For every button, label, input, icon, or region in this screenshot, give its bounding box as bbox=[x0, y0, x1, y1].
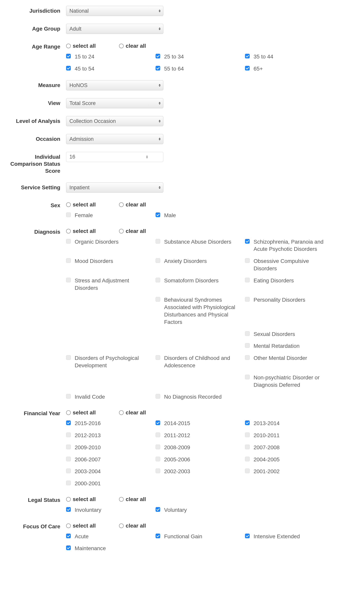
checkbox-item[interactable]: Somatoform Disorders bbox=[156, 277, 245, 292]
checkbox-item[interactable]: 45 to 54 bbox=[66, 65, 156, 73]
select-age-group[interactable]: Adult bbox=[66, 24, 163, 34]
checkbox-icon bbox=[156, 212, 160, 217]
checkbox-label: Somatoform Disorders bbox=[164, 277, 219, 284]
checkbox-icon bbox=[66, 444, 71, 449]
row-diagnosis: Diagnosis select all clear all Organic D… bbox=[8, 227, 356, 401]
checkbox-item[interactable]: 2005-2006 bbox=[156, 456, 245, 463]
radio-clear-all[interactable]: clear all bbox=[119, 202, 146, 208]
focus-of-care-grid: AcuteFunctional GainIntensive ExtendedMa… bbox=[66, 533, 356, 552]
select-level-of-analysis[interactable]: Collection Occasion bbox=[66, 116, 163, 126]
checkbox-item[interactable]: 2014-2015 bbox=[156, 420, 245, 427]
select-jurisdiction[interactable]: National bbox=[66, 6, 163, 16]
checkbox-label: 2005-2006 bbox=[164, 456, 190, 463]
checkbox-item[interactable]: 55 to 64 bbox=[156, 65, 245, 73]
checkbox-label: 2011-2012 bbox=[164, 432, 190, 439]
row-service-setting: Service Setting Inpatient bbox=[8, 182, 356, 193]
radio-clear-all[interactable]: clear all bbox=[119, 523, 146, 529]
checkbox-item[interactable]: Stress and Adjustment Disorders bbox=[66, 277, 156, 292]
checkbox-icon bbox=[156, 457, 160, 461]
financial-year-grid: 2015-20162014-20152013-20142012-20132011… bbox=[66, 420, 356, 487]
checkbox-item[interactable]: 15 to 24 bbox=[66, 53, 156, 60]
select-service-setting[interactable]: Inpatient bbox=[66, 182, 163, 193]
checkbox-item[interactable]: Other Mental Disorder bbox=[245, 354, 334, 369]
checkbox-item[interactable]: Male bbox=[156, 212, 245, 219]
checkbox-item[interactable]: 2000-2001 bbox=[66, 480, 156, 487]
checkbox-icon bbox=[156, 54, 160, 58]
checkbox-item[interactable]: 2003-2004 bbox=[66, 468, 156, 475]
radio-icon bbox=[66, 202, 71, 207]
radio-clear-all[interactable]: clear all bbox=[119, 496, 146, 502]
radio-select-all[interactable]: select all bbox=[66, 202, 96, 208]
checkbox-label: Substance Abuse Disorders bbox=[164, 238, 231, 246]
checkbox-item[interactable]: Organic Disorders bbox=[66, 238, 156, 253]
checkbox-item[interactable]: Sexual Disorders bbox=[245, 330, 334, 338]
checkbox-item[interactable]: Functional Gain bbox=[156, 533, 245, 540]
checkbox-item[interactable]: Behavioural Syndromes Associated with Ph… bbox=[156, 296, 245, 326]
checkbox-item[interactable]: Involuntary bbox=[66, 506, 156, 514]
checkbox-item[interactable]: Anxiety Disorders bbox=[156, 257, 245, 272]
checkbox-label: Eating Disorders bbox=[254, 277, 294, 284]
checkbox-label: Maintenance bbox=[75, 545, 106, 552]
radio-select-all[interactable]: select all bbox=[66, 228, 96, 234]
checkbox-item[interactable]: 35 to 44 bbox=[245, 53, 334, 60]
checkbox-item[interactable]: 2012-2013 bbox=[66, 432, 156, 439]
row-legal-status: Legal Status select all clear all Involu… bbox=[8, 495, 356, 514]
checkbox-item[interactable]: 2006-2007 bbox=[66, 456, 156, 463]
select-occasion[interactable]: Admission bbox=[66, 134, 163, 144]
checkbox-item[interactable]: 2008-2009 bbox=[156, 444, 245, 451]
checkbox-item[interactable]: Schizophrenia, Paranoia and Acute Psycho… bbox=[245, 238, 334, 253]
checkbox-item[interactable]: Disorders of Psychological Development bbox=[66, 354, 156, 369]
radio-icon bbox=[119, 229, 124, 234]
radio-clear-all[interactable]: clear all bbox=[119, 43, 146, 49]
checkbox-item[interactable]: No Diagnosis Recorded bbox=[156, 393, 245, 401]
checkbox-item[interactable]: 2009-2010 bbox=[66, 444, 156, 451]
select-measure[interactable]: HoNOS bbox=[66, 80, 163, 90]
checkbox-item[interactable]: Mental Retardation bbox=[245, 342, 334, 350]
select-view[interactable]: Total Score bbox=[66, 98, 163, 108]
row-measure: Measure HoNOS bbox=[8, 80, 356, 90]
label-financial-year: Financial Year bbox=[8, 408, 66, 417]
checkbox-item[interactable]: 2015-2016 bbox=[66, 420, 156, 427]
radio-select-all[interactable]: select all bbox=[66, 43, 96, 49]
checkbox-icon bbox=[245, 469, 250, 473]
checkbox-item[interactable]: Non-psychiatric Disorder or Diagnosis De… bbox=[245, 374, 334, 389]
checkbox-item[interactable]: 2010-2011 bbox=[245, 432, 334, 439]
checkbox-item[interactable]: Voluntary bbox=[156, 506, 245, 514]
checkbox-item[interactable]: Substance Abuse Disorders bbox=[156, 238, 245, 253]
checkbox-label: No Diagnosis Recorded bbox=[164, 393, 222, 401]
checkbox-item[interactable]: 2002-2003 bbox=[156, 468, 245, 475]
radio-clear-all[interactable]: clear all bbox=[119, 228, 146, 234]
checkbox-item[interactable]: 2013-2014 bbox=[245, 420, 334, 427]
checkbox-item[interactable]: 2007-2008 bbox=[245, 444, 334, 451]
radio-select-all[interactable]: select all bbox=[66, 496, 96, 502]
checkbox-label: Obsessive Compulsive Disorders bbox=[254, 257, 331, 272]
checkbox-icon bbox=[245, 355, 250, 360]
radio-select-all[interactable]: select all bbox=[66, 410, 96, 416]
checkbox-item[interactable]: Mood Disorders bbox=[66, 257, 156, 272]
radio-clear-all[interactable]: clear all bbox=[119, 410, 146, 416]
checkbox-item[interactable]: 25 to 34 bbox=[156, 53, 245, 60]
row-level-of-analysis: Level of Analysis Collection Occasion bbox=[8, 116, 356, 126]
checkbox-item[interactable]: 65+ bbox=[245, 65, 334, 73]
checkbox-label: Sexual Disorders bbox=[254, 330, 295, 338]
checkbox-icon bbox=[245, 239, 250, 244]
checkbox-icon bbox=[66, 457, 71, 461]
input-individual-comparison[interactable] bbox=[66, 152, 163, 162]
checkbox-item[interactable]: 2001-2002 bbox=[245, 468, 334, 475]
checkbox-item[interactable]: Obsessive Compulsive Disorders bbox=[245, 257, 334, 272]
checkbox-item[interactable]: 2004-2005 bbox=[245, 456, 334, 463]
checkbox-item[interactable]: Disorders of Childhood and Adolescence bbox=[156, 354, 245, 369]
checkbox-item[interactable]: Female bbox=[66, 212, 156, 219]
checkbox-item[interactable]: Invalid Code bbox=[66, 393, 156, 401]
checkbox-item[interactable]: Intensive Extended bbox=[245, 533, 334, 540]
radio-select-all[interactable]: select all bbox=[66, 523, 96, 529]
checkbox-item[interactable]: Personality Disorders bbox=[245, 296, 334, 326]
checkbox-icon bbox=[245, 343, 250, 348]
checkbox-label: 2003-2004 bbox=[75, 468, 101, 475]
checkbox-item[interactable]: 2011-2012 bbox=[156, 432, 245, 439]
checkbox-item[interactable]: Maintenance bbox=[66, 545, 156, 552]
row-financial-year: Financial Year select all clear all 2015… bbox=[8, 408, 356, 487]
checkbox-item[interactable]: Acute bbox=[66, 533, 156, 540]
checkbox-icon bbox=[66, 469, 71, 473]
checkbox-item[interactable]: Eating Disorders bbox=[245, 277, 334, 292]
